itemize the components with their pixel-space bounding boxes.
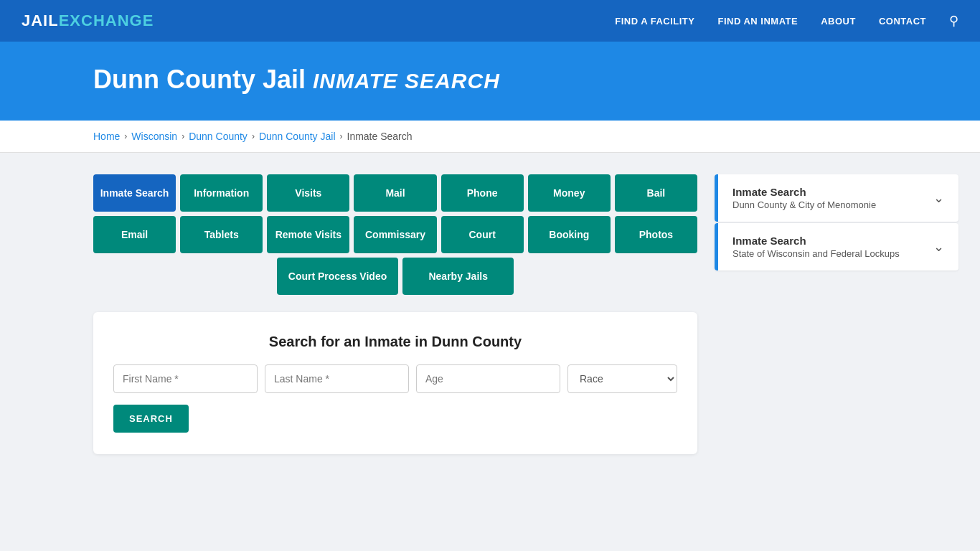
breadcrumb-county[interactable]: Dunn County (189, 131, 248, 142)
navbar: JAILEXCHANGE FIND A FACILITY FIND AN INM… (0, 0, 980, 42)
logo-jail: JAIL (22, 11, 59, 30)
breadcrumb-sep-4: › (340, 131, 343, 141)
tab-email[interactable]: Email (93, 216, 176, 253)
tab-booking[interactable]: Booking (528, 216, 611, 253)
right-sidebar: Inmate Search Dunn County & City of Meno… (715, 174, 958, 272)
sidebar-card-2-text: Inmate Search State of Wisconsin and Fed… (732, 235, 900, 259)
sidebar-card-1-header[interactable]: Inmate Search Dunn County & City of Meno… (715, 174, 958, 222)
tab-row-3: Court Process Video Nearby Jails (93, 258, 697, 295)
tab-court-process-video[interactable]: Court Process Video (277, 258, 398, 295)
sidebar-card-1-subtitle: Dunn County & City of Menomonie (732, 199, 876, 210)
breadcrumb-sep-3: › (252, 131, 255, 141)
tab-row-2: Email Tablets Remote Visits Commissary C… (93, 216, 697, 253)
tab-information[interactable]: Information (180, 174, 263, 212)
breadcrumb-wisconsin[interactable]: Wisconsin (131, 131, 177, 142)
last-name-input[interactable] (265, 364, 409, 393)
page-subtitle: INMATE SEARCH (313, 69, 500, 93)
logo-exchange: EXCHANGE (59, 11, 154, 30)
age-input[interactable] (416, 364, 560, 393)
tab-bail[interactable]: Bail (615, 174, 697, 212)
page-title: Dunn County Jail INMATE SEARCH (93, 65, 958, 95)
nav-links: FIND A FACILITY FIND AN INMATE ABOUT CON… (615, 13, 958, 29)
tab-photos[interactable]: Photos (615, 216, 697, 253)
tab-row-1: Inmate Search Information Visits Mail Ph… (93, 174, 697, 212)
tab-court[interactable]: Court (441, 216, 524, 253)
breadcrumb-home[interactable]: Home (93, 131, 120, 142)
search-button[interactable]: SEARCH (113, 405, 189, 433)
breadcrumb-current: Inmate Search (347, 131, 413, 142)
tab-remote-visits[interactable]: Remote Visits (267, 216, 349, 253)
tab-money[interactable]: Money (528, 174, 611, 212)
nav-about[interactable]: ABOUT (821, 16, 856, 27)
breadcrumb-jail[interactable]: Dunn County Jail (259, 131, 336, 142)
sidebar-card-1-text: Inmate Search Dunn County & City of Meno… (732, 186, 876, 210)
sidebar-card-2-title: Inmate Search (732, 235, 900, 247)
breadcrumb-sep-1: › (124, 131, 127, 141)
sidebar-card-2-subtitle: State of Wisconsin and Federal Lockups (732, 248, 900, 259)
sidebar-card-1: Inmate Search Dunn County & City of Meno… (715, 174, 958, 222)
chevron-down-icon-1: ⌄ (933, 190, 944, 206)
sidebar-card-2-header[interactable]: Inmate Search State of Wisconsin and Fed… (715, 223, 958, 270)
search-icon[interactable]: ⚲ (949, 13, 958, 29)
tab-visits[interactable]: Visits (267, 174, 349, 212)
tab-commissary[interactable]: Commissary (354, 216, 436, 253)
tab-phone[interactable]: Phone (441, 174, 524, 212)
breadcrumb: Home › Wisconsin › Dunn County › Dunn Co… (93, 131, 958, 142)
hero-banner: Dunn County Jail INMATE SEARCH (0, 42, 980, 121)
main-content: Inmate Search Information Visits Mail Ph… (0, 153, 980, 483)
nav-find-facility[interactable]: FIND A FACILITY (615, 16, 694, 27)
nav-contact[interactable]: CONTACT (879, 16, 926, 27)
breadcrumb-sep-2: › (182, 131, 184, 141)
tab-mail[interactable]: Mail (354, 174, 436, 212)
tab-nearby-jails[interactable]: Nearby Jails (402, 258, 514, 295)
tab-tablets[interactable]: Tablets (180, 216, 263, 253)
sidebar-card-1-title: Inmate Search (732, 186, 876, 198)
chevron-down-icon-2: ⌄ (933, 239, 944, 255)
search-fields: Race White Black Hispanic Asian Other (113, 364, 677, 393)
left-column: Inmate Search Information Visits Mail Ph… (93, 174, 697, 454)
nav-find-inmate[interactable]: FIND AN INMATE (717, 16, 798, 27)
site-logo[interactable]: JAILEXCHANGE (22, 11, 154, 30)
search-title: Search for an Inmate in Dunn County (113, 334, 677, 350)
search-box: Search for an Inmate in Dunn County Race… (93, 312, 697, 454)
sidebar-card-2: Inmate Search State of Wisconsin and Fed… (715, 223, 958, 270)
race-select[interactable]: Race White Black Hispanic Asian Other (567, 364, 677, 393)
tab-inmate-search[interactable]: Inmate Search (93, 174, 176, 212)
first-name-input[interactable] (113, 364, 258, 393)
breadcrumb-bar: Home › Wisconsin › Dunn County › Dunn Co… (0, 121, 980, 153)
